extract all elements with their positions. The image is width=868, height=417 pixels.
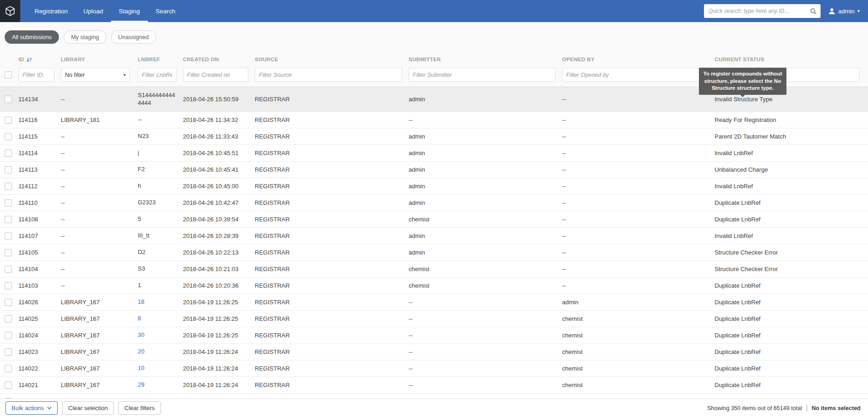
- row-lnbref[interactable]: D2: [138, 249, 183, 256]
- nav-registration[interactable]: Registration: [27, 0, 76, 22]
- table-row[interactable]: 114026 LIBRARY_167 18 2018-04-19 11:26:2…: [0, 294, 868, 311]
- row-checkbox[interactable]: [5, 166, 12, 174]
- table-row[interactable]: 114105 -- D2 2018-04-26 10:22:13 REGISTR…: [0, 244, 868, 261]
- row-opened-by: admin: [562, 299, 715, 306]
- row-checkbox[interactable]: [5, 315, 12, 323]
- row-id: 114134: [18, 96, 61, 103]
- lnbref-filter-input[interactable]: [138, 68, 176, 82]
- row-current-status: Duplicate LnbRef: [715, 216, 868, 223]
- row-checkbox[interactable]: [5, 299, 12, 306]
- row-checkbox[interactable]: [5, 216, 12, 223]
- row-source: REGISTRAR: [255, 116, 409, 123]
- clear-selection-button[interactable]: Clear selection: [62, 401, 114, 415]
- row-lnbref[interactable]: j: [138, 149, 183, 156]
- row-lnbref[interactable]: 20: [138, 348, 183, 355]
- table-row[interactable]: 114024 LIBRARY_167 30 2018-04-19 11:26:2…: [0, 327, 868, 344]
- table-row[interactable]: 114110 -- G2323 2018-04-26 10:42:47 REGI…: [0, 195, 868, 211]
- bulk-actions-button[interactable]: Bulk actions: [6, 401, 58, 415]
- row-lnbref[interactable]: 30: [138, 331, 183, 339]
- row-library: LIBRARY_167: [61, 332, 138, 339]
- table-row[interactable]: 114113 -- F2 2018-04-26 10:45:41 REGISTR…: [0, 162, 868, 178]
- table-row[interactable]: 114022 LIBRARY_167 10 2018-04-19 11:26:2…: [0, 360, 868, 377]
- chip-all-submissions[interactable]: All submissions: [5, 30, 59, 44]
- nav-staging[interactable]: Staging: [111, 0, 148, 22]
- table-row[interactable]: 114108 -- 5 2018-04-26 10:39:54 REGISTRA…: [0, 211, 868, 228]
- row-lnbref[interactable]: h: [138, 182, 183, 190]
- row-checkbox[interactable]: [5, 332, 12, 339]
- table-row[interactable]: 114025 LIBRARY_167 8 2018-04-19 11:26:25…: [0, 311, 868, 327]
- row-created-on: 2018-04-19 11:26:25: [183, 332, 255, 339]
- user-menu[interactable]: admin ▾: [828, 7, 860, 15]
- row-lnbref[interactable]: 18: [138, 298, 183, 306]
- row-checkbox[interactable]: [5, 232, 12, 240]
- row-created-on: 2018-04-26 10:45:41: [183, 166, 255, 173]
- row-lnbref[interactable]: --: [138, 116, 183, 123]
- table-row[interactable]: 114114 -- j 2018-04-26 10:45:51 REGISTRA…: [0, 145, 868, 162]
- row-checkbox[interactable]: [5, 183, 12, 190]
- row-id: 114108: [18, 216, 61, 223]
- clear-filters-button[interactable]: Clear filters: [118, 401, 161, 415]
- opened-filter-input[interactable]: [562, 68, 708, 82]
- row-library: LIBRARY_167: [61, 348, 138, 355]
- row-checkbox[interactable]: [5, 199, 12, 207]
- row-checkbox[interactable]: [5, 282, 12, 290]
- app-logo[interactable]: [0, 0, 20, 22]
- table-row[interactable]: 114112 -- h 2018-04-26 10:45:00 REGISTRA…: [0, 178, 868, 195]
- column-header-source[interactable]: SOURCE: [255, 57, 409, 62]
- row-lnbref[interactable]: F2: [138, 166, 183, 173]
- row-submitter: --: [409, 116, 562, 123]
- table-row[interactable]: 114116 LIBRARY_181 -- 2018-04-26 11:34:3…: [0, 112, 868, 128]
- row-lnbref[interactable]: S14444444444444: [138, 92, 183, 107]
- chip-my-staging[interactable]: My staging: [64, 30, 106, 44]
- row-lnbref[interactable]: G2323: [138, 199, 183, 206]
- row-checkbox[interactable]: [5, 266, 12, 273]
- search-icon[interactable]: [810, 8, 817, 15]
- column-header-submitter[interactable]: SUBMITTER: [409, 57, 562, 62]
- row-lnbref[interactable]: 10: [138, 365, 183, 372]
- row-checkbox[interactable]: [5, 116, 12, 124]
- column-header-current-status[interactable]: CURRENT STATUS: [715, 57, 868, 62]
- row-checkbox[interactable]: [5, 382, 12, 389]
- sort-icon[interactable]: [26, 57, 32, 63]
- chevron-down-icon: [47, 406, 52, 410]
- table-row[interactable]: 114021 LIBRARY_167 29 2018-04-19 11:26:2…: [0, 377, 868, 394]
- quick-search-input[interactable]: [708, 7, 810, 15]
- row-lnbref[interactable]: 1: [138, 282, 183, 289]
- table-row[interactable]: 114107 -- III_tt 2018-04-26 10:28:39 REG…: [0, 228, 868, 244]
- row-lnbref[interactable]: 29: [138, 381, 183, 388]
- row-lnbref[interactable]: N23: [138, 133, 183, 140]
- row-id: 114103: [18, 282, 61, 289]
- nav-search[interactable]: Search: [148, 0, 183, 22]
- row-lnbref[interactable]: 8: [138, 315, 183, 322]
- row-lnbref[interactable]: S3: [138, 265, 183, 272]
- row-checkbox[interactable]: [5, 133, 12, 140]
- nav-upload[interactable]: Upload: [76, 0, 111, 22]
- created-filter-input[interactable]: [183, 68, 248, 82]
- row-checkbox[interactable]: [5, 348, 12, 356]
- table-row[interactable]: 114023 LIBRARY_167 20 2018-04-19 11:26:2…: [0, 344, 868, 360]
- table-header: ID LIBRARY LNBREF CREATED ON SOURCE SUBM…: [0, 53, 868, 66]
- column-header-opened-by[interactable]: OPENED BY: [562, 57, 715, 62]
- submitter-filter-input[interactable]: [409, 68, 556, 82]
- row-submitter: admin: [409, 249, 562, 256]
- row-source: REGISTRAR: [255, 249, 409, 256]
- column-header-library[interactable]: LIBRARY: [61, 57, 138, 62]
- table-row[interactable]: 114103 -- 1 2018-04-26 10:20:36 REGISTRA…: [0, 278, 868, 294]
- row-checkbox[interactable]: [5, 365, 12, 372]
- table-row[interactable]: 114115 -- N23 2018-04-26 11:33:43 REGIST…: [0, 128, 868, 145]
- row-checkbox[interactable]: [5, 150, 12, 157]
- select-all-checkbox[interactable]: [5, 71, 12, 79]
- column-header-id[interactable]: ID: [18, 57, 61, 63]
- row-checkbox[interactable]: [5, 249, 12, 256]
- library-filter-select[interactable]: No filter ▾: [61, 68, 130, 82]
- quick-search[interactable]: [704, 4, 821, 18]
- column-header-created-on[interactable]: CREATED ON: [183, 57, 255, 62]
- source-filter-input[interactable]: [255, 68, 402, 82]
- row-lnbref[interactable]: 5: [138, 215, 183, 223]
- row-lnbref[interactable]: III_tt: [138, 232, 183, 239]
- id-filter-input[interactable]: [18, 68, 54, 82]
- row-checkbox[interactable]: [5, 96, 12, 103]
- table-row[interactable]: 114104 -- S3 2018-04-26 10:21:03 REGISTR…: [0, 261, 868, 278]
- chip-unassigned[interactable]: Unassigned: [111, 30, 156, 44]
- column-header-lnbref[interactable]: LNBREF: [138, 57, 183, 62]
